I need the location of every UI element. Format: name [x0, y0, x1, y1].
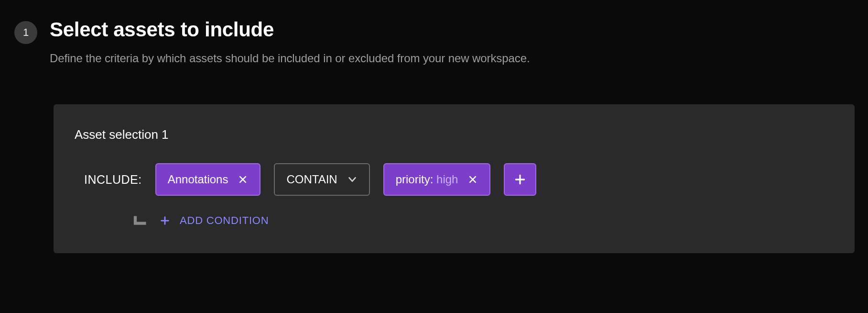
sub-condition-row: ADD CONDITION	[133, 215, 834, 229]
subject-chip-label: Annotations	[168, 173, 228, 186]
value-chip-label: priority: high	[396, 173, 458, 186]
operator-label: CONTAIN	[286, 173, 337, 186]
step-header: 1 Select assets to include Define the cr…	[14, 18, 854, 65]
add-condition-button[interactable]: ADD CONDITION	[160, 214, 269, 227]
close-icon[interactable]	[467, 174, 478, 185]
close-icon[interactable]	[238, 174, 248, 185]
add-value-button[interactable]	[504, 163, 536, 196]
add-condition-label: ADD CONDITION	[180, 214, 269, 227]
page-subtitle: Define the criteria by which assets shou…	[50, 52, 530, 65]
condition-row: INCLUDE: Annotations CONTAIN priority:	[84, 163, 834, 196]
plus-icon	[514, 173, 526, 186]
include-label: INCLUDE:	[84, 173, 142, 187]
value-key: priority:	[396, 173, 434, 186]
step-number: 1	[23, 26, 29, 39]
chevron-down-icon	[347, 174, 358, 185]
panel-title: Asset selection 1	[75, 127, 834, 142]
plus-icon	[160, 215, 170, 226]
asset-selection-panel: Asset selection 1 INCLUDE: Annotations C…	[54, 104, 855, 253]
page-title: Select assets to include	[50, 18, 530, 41]
subject-chip[interactable]: Annotations	[155, 163, 261, 196]
value-val: high	[436, 173, 458, 186]
value-chip[interactable]: priority: high	[383, 163, 491, 196]
sub-branch-icon	[133, 215, 147, 229]
step-number-badge: 1	[14, 21, 37, 44]
operator-dropdown[interactable]: CONTAIN	[274, 163, 369, 196]
